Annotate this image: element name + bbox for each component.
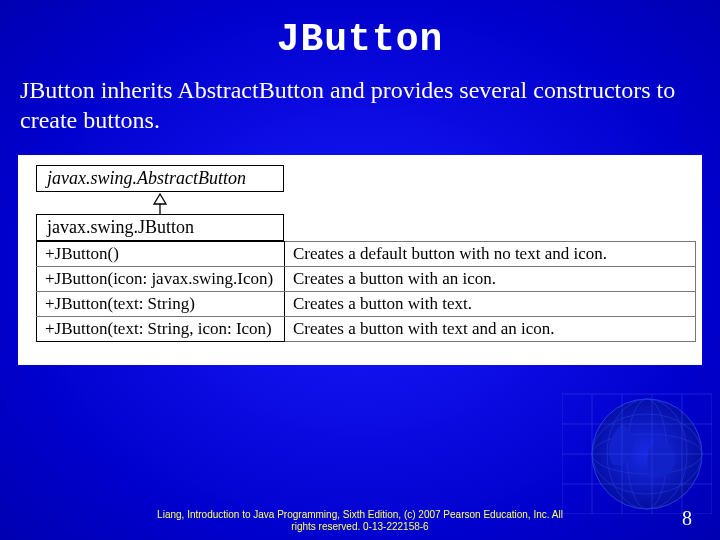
- uml-signature: +JButton(text: String, icon: Icon): [37, 317, 285, 342]
- footer-line-1: Liang, Introduction to Java Programming,…: [157, 509, 563, 520]
- table-row: +JButton(text: String)Creates a button w…: [37, 292, 696, 317]
- table-row: +JButton(text: String, icon: Icon)Create…: [37, 317, 696, 342]
- svg-point-4: [607, 399, 687, 509]
- globe-decoration: [562, 384, 712, 514]
- slide-footer: Liang, Introduction to Java Programming,…: [0, 509, 720, 532]
- svg-rect-5: [562, 394, 712, 514]
- uml-superclass-box: javax.swing.AbstractButton: [36, 165, 284, 192]
- inheritance-arrow-icon: [36, 192, 284, 214]
- uml-description: Creates a button with text.: [285, 292, 696, 317]
- svg-point-2: [592, 414, 702, 494]
- svg-point-0: [592, 399, 702, 509]
- svg-point-3: [627, 399, 667, 509]
- uml-signature: +JButton(text: String): [37, 292, 285, 317]
- svg-point-1: [592, 434, 702, 474]
- svg-marker-13: [154, 194, 166, 204]
- slide-subtitle: JButton inherits AbstractButton and prov…: [0, 61, 720, 135]
- footer-line-2: rights reserved. 0-13-222158-6: [291, 521, 428, 532]
- uml-signature: +JButton(): [37, 242, 285, 267]
- table-row: +JButton(icon: javax.swing.Icon)Creates …: [37, 267, 696, 292]
- uml-description: Creates a default button with no text an…: [285, 242, 696, 267]
- uml-diagram: javax.swing.AbstractButton javax.swing.J…: [18, 155, 702, 365]
- uml-description: Creates a button with an icon.: [285, 267, 696, 292]
- slide-title: JButton: [0, 0, 720, 61]
- table-row: +JButton()Creates a default button with …: [37, 242, 696, 267]
- uml-subclass-box: javax.swing.JButton: [36, 214, 284, 241]
- uml-description: Creates a button with text and an icon.: [285, 317, 696, 342]
- slide-number: 8: [682, 507, 692, 530]
- uml-signature: +JButton(icon: javax.swing.Icon): [37, 267, 285, 292]
- uml-members-table: +JButton()Creates a default button with …: [36, 241, 696, 342]
